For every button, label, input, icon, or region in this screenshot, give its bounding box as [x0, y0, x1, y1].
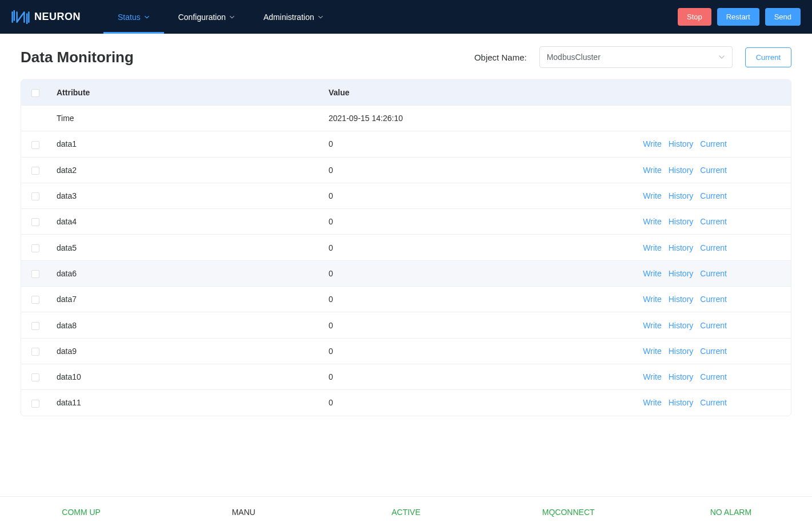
- table-row: data20WriteHistoryCurrent: [21, 157, 791, 183]
- nav-item-status[interactable]: Status: [103, 0, 164, 34]
- table-row-time: Time2021-09-15 14:26:10: [21, 106, 791, 131]
- current-link[interactable]: Current: [700, 295, 727, 304]
- row-checkbox[interactable]: [31, 322, 39, 330]
- main-content: Data Monitoring Object Name: ModbusClust…: [0, 34, 812, 416]
- write-link[interactable]: Write: [643, 191, 661, 200]
- write-link[interactable]: Write: [643, 295, 661, 304]
- header-actions: [608, 80, 791, 106]
- history-link[interactable]: History: [669, 398, 694, 407]
- row-checkbox[interactable]: [31, 218, 39, 226]
- data-table-wrap: Attribute Value Time2021-09-15 14:26:10d…: [21, 79, 791, 416]
- write-link[interactable]: Write: [643, 139, 661, 148]
- current-link[interactable]: Current: [700, 321, 727, 330]
- cell-check: [21, 390, 50, 416]
- history-link[interactable]: History: [669, 269, 694, 278]
- nav-item-label: Status: [118, 13, 141, 22]
- cell-value: 0: [322, 209, 608, 235]
- current-link[interactable]: Current: [700, 139, 727, 148]
- table-header-row: Attribute Value: [21, 80, 791, 106]
- write-link[interactable]: Write: [643, 372, 661, 381]
- header-value: Value: [322, 80, 608, 106]
- row-checkbox[interactable]: [31, 270, 39, 278]
- cell-check: [21, 312, 50, 338]
- row-checkbox[interactable]: [31, 167, 39, 175]
- chevron-down-icon: [318, 14, 323, 20]
- history-link[interactable]: History: [669, 372, 694, 381]
- write-link[interactable]: Write: [643, 321, 661, 330]
- write-link[interactable]: Write: [643, 269, 661, 278]
- history-link[interactable]: History: [669, 191, 694, 200]
- data-table: Attribute Value Time2021-09-15 14:26:10d…: [21, 80, 791, 416]
- current-link[interactable]: Current: [700, 347, 727, 356]
- cell-value: 0: [322, 287, 608, 312]
- status-no-alarm: NO ALARM: [650, 497, 812, 527]
- header-checkbox-cell: [21, 80, 50, 106]
- cell-attribute: data7: [50, 287, 322, 312]
- current-link[interactable]: Current: [700, 269, 727, 278]
- row-checkbox[interactable]: [31, 244, 39, 252]
- history-link[interactable]: History: [669, 321, 694, 330]
- write-link[interactable]: Write: [643, 347, 661, 356]
- cell-value: 0: [322, 260, 608, 286]
- cell-attribute: data3: [50, 183, 322, 208]
- history-link[interactable]: History: [669, 295, 694, 304]
- row-checkbox[interactable]: [31, 348, 39, 356]
- cell-actions: WriteHistoryCurrent: [608, 312, 791, 338]
- header-attribute: Attribute: [50, 80, 322, 106]
- stop-button[interactable]: Stop: [678, 8, 711, 26]
- cell-attribute: data5: [50, 235, 322, 260]
- table-row: data40WriteHistoryCurrent: [21, 209, 791, 235]
- write-link[interactable]: Write: [643, 398, 661, 407]
- cell-actions: WriteHistoryCurrent: [608, 131, 791, 157]
- cell-check: [21, 157, 50, 183]
- header-actions: Stop Restart Send: [678, 8, 801, 26]
- write-link[interactable]: Write: [643, 243, 661, 252]
- history-link[interactable]: History: [669, 243, 694, 252]
- current-link[interactable]: Current: [700, 372, 727, 381]
- cell-check: [21, 338, 50, 364]
- cell-attribute: data4: [50, 209, 322, 235]
- table-row: data30WriteHistoryCurrent: [21, 183, 791, 208]
- send-button[interactable]: Send: [765, 8, 801, 26]
- cell-value: 0: [322, 157, 608, 183]
- cell-value: 0: [322, 312, 608, 338]
- page-title: Data Monitoring: [21, 49, 134, 66]
- current-link[interactable]: Current: [700, 217, 727, 226]
- write-link[interactable]: Write: [643, 217, 661, 226]
- current-button[interactable]: Current: [745, 47, 791, 67]
- table-row: data90WriteHistoryCurrent: [21, 338, 791, 364]
- select-all-checkbox[interactable]: [31, 89, 39, 97]
- cell-actions: WriteHistoryCurrent: [608, 209, 791, 235]
- write-link[interactable]: Write: [643, 166, 661, 175]
- history-link[interactable]: History: [669, 139, 694, 148]
- object-selector: Object Name: ModbusCluster Current: [474, 46, 791, 68]
- history-link[interactable]: History: [669, 217, 694, 226]
- history-link[interactable]: History: [669, 166, 694, 175]
- row-checkbox[interactable]: [31, 192, 39, 200]
- cell-actions: WriteHistoryCurrent: [608, 364, 791, 389]
- row-checkbox[interactable]: [31, 296, 39, 304]
- cell-attribute: data8: [50, 312, 322, 338]
- app-header: NEURON StatusConfigurationAdministration…: [0, 0, 812, 34]
- cell-actions: WriteHistoryCurrent: [608, 183, 791, 208]
- table-row: data50WriteHistoryCurrent: [21, 235, 791, 260]
- nav-item-administration[interactable]: Administration: [249, 0, 338, 34]
- row-checkbox[interactable]: [31, 373, 39, 381]
- status-mqconnect: MQCONNECT: [487, 497, 650, 527]
- nav-item-label: Administration: [263, 13, 314, 22]
- nav-item-configuration[interactable]: Configuration: [164, 0, 249, 34]
- current-link[interactable]: Current: [700, 243, 727, 252]
- row-checkbox[interactable]: [31, 400, 39, 408]
- table-row: data100WriteHistoryCurrent: [21, 364, 791, 389]
- chevron-down-icon: [229, 14, 235, 20]
- restart-button[interactable]: Restart: [717, 8, 759, 26]
- current-link[interactable]: Current: [700, 398, 727, 407]
- status-bar: COMM UPMANUACTIVEMQCONNECTNO ALARM: [0, 496, 812, 527]
- object-name-select[interactable]: ModbusCluster: [539, 46, 733, 68]
- row-checkbox[interactable]: [31, 141, 39, 149]
- current-link[interactable]: Current: [700, 166, 727, 175]
- chevron-down-icon: [144, 14, 150, 20]
- history-link[interactable]: History: [669, 347, 694, 356]
- current-link[interactable]: Current: [700, 191, 727, 200]
- cell-check: [21, 183, 50, 208]
